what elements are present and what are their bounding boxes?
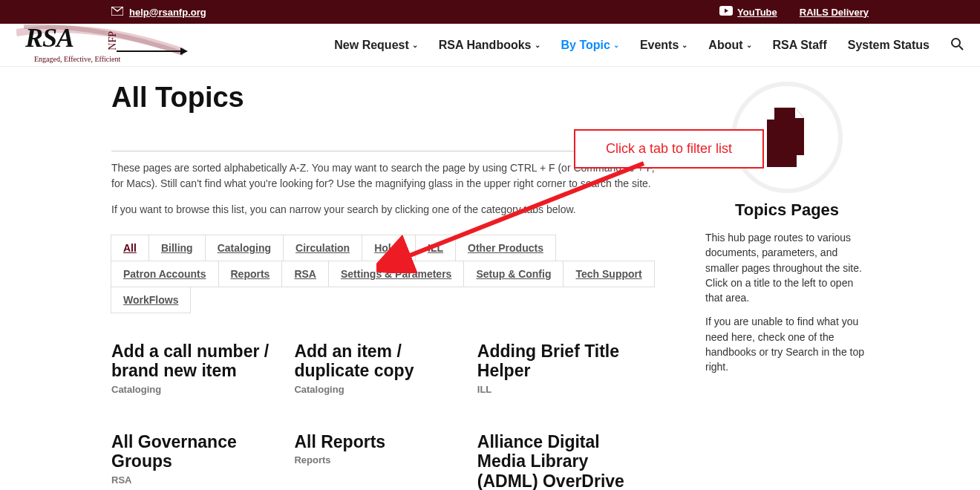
tab-billing[interactable]: Billing — [148, 235, 206, 261]
nav-system-status[interactable]: System Status — [848, 39, 930, 52]
search-icon[interactable] — [950, 37, 964, 53]
card-category: RSA — [111, 474, 279, 486]
logo-arrow-icon — [117, 50, 183, 52]
nav-rsa-staff[interactable]: RSA Staff — [773, 39, 827, 52]
documents-icon — [761, 108, 813, 167]
nav-rsa-handbooks[interactable]: RSA Handbooks⌄ — [439, 39, 540, 52]
topic-card[interactable]: Add an item / duplicate copyCataloging — [294, 342, 477, 432]
sidebar-p1: This hub page routes to various document… — [705, 230, 869, 305]
card-title: Add an item / duplicate copy — [294, 342, 462, 381]
nav-about[interactable]: About⌄ — [708, 39, 751, 52]
topbar-left: help@rsanfp.org — [111, 7, 206, 18]
card-category: ILL — [477, 384, 645, 395]
topic-card[interactable]: Add a call number / brand new itemCatalo… — [111, 342, 294, 432]
mail-icon — [111, 7, 123, 18]
topic-card[interactable]: Alliance Digital Media Library (ADML) Ov… — [477, 432, 660, 490]
tab-rsa[interactable]: RSA — [281, 261, 329, 287]
topic-card[interactable]: All ReportsReports — [294, 432, 477, 490]
topic-cards: Add a call number / brand new itemCatalo… — [111, 342, 661, 490]
logo-text: RSA — [25, 22, 74, 53]
card-category: Cataloging — [294, 384, 462, 395]
tab-circulation[interactable]: Circulation — [283, 235, 362, 261]
chevron-down-icon: ⌄ — [682, 41, 687, 49]
topbar: help@rsanfp.org YouTube RAILS Delivery — [0, 0, 980, 24]
youtube-link-text[interactable]: YouTube — [737, 7, 777, 18]
tab-cataloging[interactable]: Cataloging — [205, 235, 284, 261]
logo-nfp: NFP — [107, 31, 119, 50]
card-title: All Governance Groups — [111, 432, 279, 471]
youtube-link[interactable]: YouTube — [719, 6, 777, 18]
nav-by-topic[interactable]: By Topic⌄ — [561, 39, 619, 52]
nav-items: New Request⌄RSA Handbooks⌄By Topic⌄Event… — [334, 37, 964, 53]
help-email-link[interactable]: help@rsanfp.org — [129, 7, 206, 18]
card-category: Cataloging — [111, 384, 279, 395]
topbar-right: YouTube RAILS Delivery — [719, 6, 869, 18]
topic-card[interactable]: All Governance GroupsRSA — [111, 432, 294, 490]
tab-patron-accounts[interactable]: Patron Accounts — [111, 261, 219, 287]
youtube-icon — [719, 6, 733, 18]
svg-rect-3 — [767, 120, 797, 167]
topic-card[interactable]: Adding Brief Title HelperILL — [477, 342, 660, 432]
main-nav: RSA NFP Engaged, Effective, Efficient Ne… — [0, 24, 980, 67]
svg-point-1 — [952, 39, 960, 47]
page-title: All Topics — [111, 82, 661, 114]
logo-tagline: Engaged, Effective, Efficient — [34, 55, 120, 63]
card-category: Reports — [294, 454, 462, 466]
site-logo[interactable]: RSA NFP Engaged, Effective, Efficient — [16, 24, 195, 67]
chevron-down-icon: ⌄ — [613, 41, 619, 49]
sidebar-p2: If you are unable to find what you need … — [705, 314, 869, 374]
nav-new-request[interactable]: New Request⌄ — [334, 39, 417, 52]
rails-delivery-link[interactable]: RAILS Delivery — [800, 7, 869, 18]
card-title: All Reports — [294, 432, 462, 451]
card-title: Add a call number / brand new item — [111, 342, 279, 381]
svg-line-4 — [402, 163, 644, 258]
chevron-down-icon: ⌄ — [746, 41, 752, 49]
svg-line-2 — [959, 46, 963, 50]
nav-events[interactable]: Events⌄ — [640, 39, 687, 52]
chevron-down-icon: ⌄ — [535, 41, 540, 49]
card-title: Alliance Digital Media Library (ADML) Ov… — [477, 432, 645, 490]
sidebar-title: Topics Pages — [705, 200, 869, 220]
chevron-down-icon: ⌄ — [412, 41, 418, 49]
tab-all[interactable]: All — [111, 235, 149, 261]
tab-reports[interactable]: Reports — [218, 261, 283, 287]
annotation-arrow-icon — [376, 154, 659, 273]
card-title: Adding Brief Title Helper — [477, 342, 645, 381]
tab-workflows[interactable]: WorkFlows — [111, 287, 191, 313]
